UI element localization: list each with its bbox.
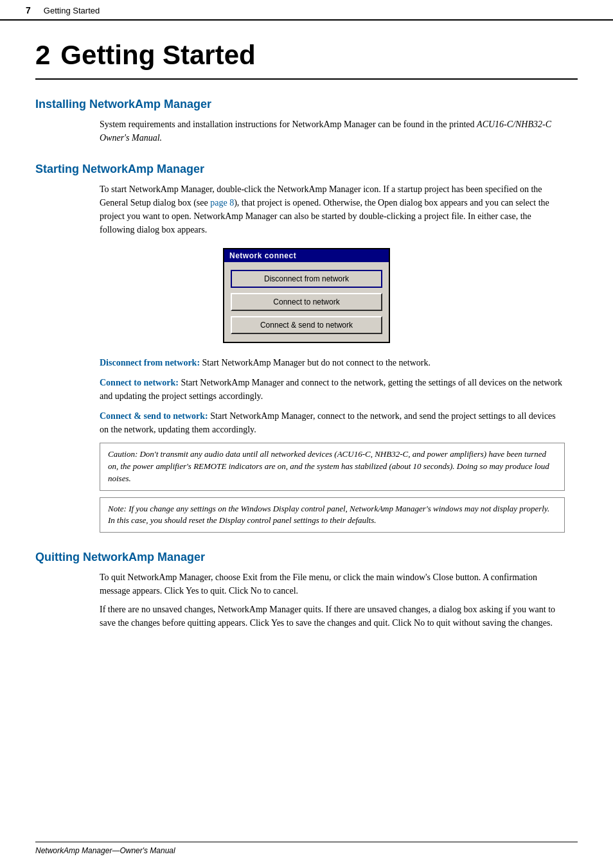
page-link[interactable]: page 8 [210, 198, 234, 208]
desc-term-connect: Connect to network: [100, 378, 179, 387]
description-connect-send: Connect & send to network: Start Network… [100, 409, 565, 436]
caution-box: Caution: Don't transmit any audio data u… [100, 443, 565, 491]
section-body-installing: System requirements and installation ins… [100, 118, 565, 145]
note-box: Note: If you change any settings on the … [100, 497, 565, 533]
chapter-number: 2 [35, 40, 50, 70]
dialog-titlebar: Network connect [224, 249, 389, 262]
section-body-quitting: To quit NetworkAmp Manager, choose Exit … [100, 571, 565, 630]
section-heading-installing: Installing NetworkAmp Manager [35, 98, 578, 111]
desc-text-disconnect: Start NetworkAmp Manager but do not conn… [202, 358, 431, 368]
section-heading-starting: Starting NetworkAmp Manager [35, 163, 578, 176]
desc-term-connect-send: Connect & send to network: [100, 411, 208, 421]
chapter-heading: 2Getting Started [35, 40, 578, 80]
description-disconnect: Disconnect from network: Start NetworkAm… [100, 356, 565, 369]
installing-para: System requirements and installation ins… [100, 118, 565, 145]
page-footer: NetworkAmp Manager—Owner's Manual [35, 842, 578, 855]
dialog-screenshot-container: Network connect Disconnect from network … [35, 248, 578, 343]
section-body-starting: To start NetworkAmp Manager, double-clic… [100, 182, 565, 236]
description-connect: Connect to network: Start NetworkAmp Man… [100, 376, 565, 403]
footer-text: NetworkAmp Manager—Owner's Manual [35, 846, 175, 855]
page: 7 Getting Started 2Getting Started Insta… [0, 0, 613, 868]
header-page-number: 7 [26, 5, 31, 15]
desc-term-disconnect: Disconnect from network: [100, 358, 200, 368]
connect-to-network-button[interactable]: Connect to network [231, 293, 382, 311]
main-content: 2Getting Started Installing NetworkAmp M… [0, 21, 613, 677]
section-heading-quitting: Quitting NetworkAmp Manager [35, 551, 578, 564]
network-connect-dialog: Network connect Disconnect from network … [223, 248, 390, 343]
quitting-para-1: To quit NetworkAmp Manager, choose Exit … [100, 571, 565, 598]
header-title: Getting Started [44, 6, 100, 15]
dialog-body: Disconnect from network Connect to netwo… [224, 262, 389, 342]
quitting-para-2: If there are no unsaved changes, Network… [100, 603, 565, 630]
disconnect-from-network-button[interactable]: Disconnect from network [231, 270, 382, 288]
connect-send-to-network-button[interactable]: Connect & send to network [231, 316, 382, 334]
chapter-title: Getting Started [60, 40, 255, 70]
header: 7 Getting Started [0, 0, 613, 21]
starting-para: To start NetworkAmp Manager, double-clic… [100, 182, 565, 236]
